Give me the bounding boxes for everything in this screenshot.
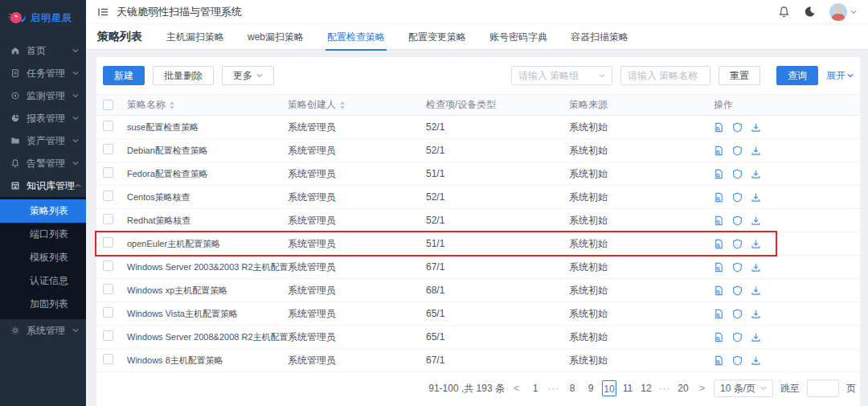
policy-name-cell: Redhat策略核查 [127,215,288,227]
page-number[interactable]: 11 [620,380,635,396]
view-policy-icon[interactable] [714,332,724,342]
download-icon[interactable] [751,309,761,319]
view-policy-icon[interactable] [714,285,724,296]
view-policy-icon[interactable] [714,355,724,366]
policy-source-cell: 系统初始 [569,260,714,274]
policy-name-input[interactable] [620,66,710,85]
user-menu[interactable] [829,3,857,21]
download-icon[interactable] [751,215,761,226]
tab-item[interactable]: 配置检查策略 [327,24,385,50]
jump-page-input[interactable] [807,379,839,397]
sidebar-item-system[interactable]: 系统管理 [0,319,86,342]
view-policy-icon[interactable] [714,309,724,319]
shield-icon[interactable] [732,169,743,179]
col-policy-creator[interactable]: 策略创建人 [288,98,426,112]
row-checkbox[interactable] [103,260,113,271]
view-policy-icon[interactable] [714,169,724,179]
sort-icon[interactable] [340,101,345,109]
row-checkbox[interactable] [103,284,113,294]
sidebar-item-home[interactable]: 首页 [0,39,86,62]
row-checkbox[interactable] [103,354,113,364]
col-policy-source: 策略来源 [569,98,714,112]
sidebar-subitem[interactable]: 策略列表 [0,199,86,223]
tab-item[interactable]: 主机漏扫策略 [166,24,224,50]
sidebar-subitem[interactable]: 加固列表 [0,293,86,316]
page-number[interactable]: 20 [676,380,690,396]
shield-icon[interactable] [732,355,743,366]
select-all-checkbox[interactable] [103,100,113,110]
dark-mode-moon-icon[interactable] [804,6,816,18]
view-policy-icon[interactable] [714,239,724,249]
download-icon[interactable] [751,192,761,203]
sort-icon[interactable] [170,101,174,109]
sidebar-subitem[interactable]: 认证信息 [0,269,86,293]
sidebar-subitem[interactable]: 端口列表 [0,223,86,246]
tab-item[interactable]: web漏扫策略 [248,24,304,50]
shield-icon[interactable] [732,122,743,133]
row-checkbox[interactable] [103,330,113,341]
page-number[interactable]: 8 [565,380,579,396]
view-policy-icon[interactable] [714,146,724,156]
more-button[interactable]: 更多 [222,66,274,85]
view-policy-icon[interactable] [714,192,724,203]
row-checkbox[interactable] [103,237,113,248]
tab-item[interactable]: 容器扫描策略 [571,24,628,50]
prev-page-button[interactable]: < [512,383,521,394]
download-icon[interactable] [751,285,761,296]
tab-item[interactable]: 账号密码字典 [489,24,547,50]
download-icon[interactable] [751,239,761,249]
notification-bell-icon[interactable] [778,6,790,18]
shield-icon[interactable] [732,285,743,296]
page-number[interactable]: 9 [583,380,598,396]
shield-icon[interactable] [732,192,743,203]
row-checkbox[interactable] [103,191,113,201]
collapse-menu-icon[interactable] [97,6,108,18]
sidebar-item-report[interactable]: 报表管理 [0,107,86,129]
sidebar-item-label: 监测管理 [27,89,72,103]
view-policy-icon[interactable] [714,122,724,133]
download-icon[interactable] [751,146,761,156]
expand-link[interactable]: 展开 [826,69,854,83]
sidebar-item-knowledge[interactable]: 知识库管理 [0,174,86,197]
shield-icon[interactable] [732,239,743,249]
download-icon[interactable] [751,169,761,179]
page-number[interactable]: 12 [639,380,653,396]
home-icon [10,46,21,56]
page-number[interactable]: 1 [528,380,542,396]
sidebar-item-task[interactable]: 任务管理 [0,62,86,84]
page-number[interactable]: 10 [602,380,616,396]
sidebar-item-asset[interactable]: 资产管理 [0,129,86,152]
policy-group-select[interactable]: 请输入 策略组 [511,66,612,85]
row-checkbox[interactable] [103,167,113,178]
row-checkbox[interactable] [103,121,113,131]
col-policy-name[interactable]: 策略名称 [127,98,288,112]
policy-name-cell: Debian配置检查策略 [127,145,288,157]
download-icon[interactable] [751,332,761,342]
download-icon[interactable] [751,355,761,366]
sidebar-item-alarm[interactable]: 告警管理 [0,152,86,174]
sidebar-item-monitor[interactable]: 监测管理 [0,84,86,107]
tab-item[interactable]: 配置变更策略 [408,24,466,50]
reset-button[interactable]: 重置 [719,66,760,85]
row-checkbox[interactable] [103,144,113,154]
new-button[interactable]: 新建 [103,66,145,85]
download-icon[interactable] [751,262,761,273]
query-button[interactable]: 查询 [776,66,818,85]
batch-delete-button[interactable]: 批量删除 [153,66,214,85]
page-size-select[interactable]: 10 条/页 [714,379,773,397]
shield-icon[interactable] [732,309,743,319]
shield-icon[interactable] [732,332,743,342]
shield-icon[interactable] [732,215,743,226]
sidebar-subitem[interactable]: 模板列表 [0,246,86,269]
next-page-button[interactable]: > [698,383,706,394]
download-icon[interactable] [751,122,761,133]
shield-icon[interactable] [732,262,743,273]
shield-icon[interactable] [732,146,743,156]
row-checkbox[interactable] [103,214,113,224]
user-avatar[interactable] [829,3,847,21]
row-checkbox[interactable] [103,307,113,318]
view-policy-icon[interactable] [714,215,724,226]
chevron-down-icon [72,70,79,76]
view-policy-icon[interactable] [714,262,724,273]
policy-creator-cell: 系统管理员 [288,330,426,344]
